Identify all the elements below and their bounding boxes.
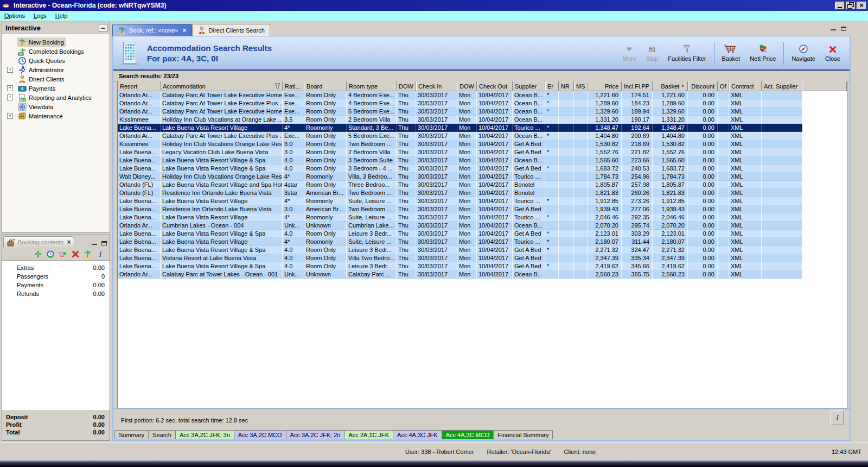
collapse-sidebar-button[interactable] xyxy=(99,24,107,32)
bottom-tab-acc-3a-2c-mco[interactable]: Acc 3A,2C MCO xyxy=(234,430,286,439)
bottom-tab-acc-3a-2c-jfk-3n[interactable]: Acc 3A,2C JFK; 3n xyxy=(176,430,234,439)
bottom-tab-acc-4a-3c-mco[interactable]: Acc 4A,3C MCO xyxy=(442,430,494,439)
booking-contents-tab[interactable]: Booking contents × xyxy=(3,236,74,248)
column-header-dow[interactable]: DOW xyxy=(457,81,477,91)
expand-plus-icon[interactable]: + xyxy=(7,85,13,91)
column-header-act-supplier[interactable]: Act. Supplier xyxy=(762,81,802,91)
close-window-button[interactable]: × xyxy=(857,2,866,10)
nett-price-button[interactable]: Nett Price xyxy=(745,43,781,63)
info-button[interactable]: i xyxy=(831,410,844,425)
add-button[interactable] xyxy=(34,250,42,258)
expand-plus-icon[interactable]: + xyxy=(7,67,13,73)
column-header-basket[interactable]: Basket▼ xyxy=(653,81,688,91)
bottom-tab-acc-4a-3c-jfk[interactable]: Acc 4A,3C JFK xyxy=(393,430,442,439)
bottom-tab-financial-summary[interactable]: Financial Summary xyxy=(494,430,553,439)
tab-direct-clients-search[interactable]: Direct Clients Search xyxy=(192,24,270,36)
column-header-er[interactable]: Er xyxy=(545,81,559,91)
go-to-booking-button[interactable] xyxy=(84,250,92,258)
navigate-button[interactable]: Navigate xyxy=(787,43,820,63)
table-row[interactable]: Lake Buena...Lake Buena Vista Resort Vil… xyxy=(118,238,802,246)
table-row[interactable]: Orlando Ar...Calabay Parc At Tower Lake … xyxy=(118,132,802,140)
table-row[interactable]: Lake Buena...Lake Buena Vista Resort Vil… xyxy=(118,156,802,165)
column-header-incl-fl-pp[interactable]: Incl.Fl.PP xyxy=(622,81,653,91)
table-row[interactable]: Lake Buena...Lake Buena Vista Resort Vil… xyxy=(118,213,802,222)
column-header-ms[interactable]: MS xyxy=(574,81,588,91)
refresh-button[interactable] xyxy=(46,250,55,258)
bottom-tab-acc-2a-1c-jfk[interactable]: Acc 2A,1C JFK xyxy=(344,430,393,439)
column-header-check-in[interactable]: Check In xyxy=(416,81,457,91)
bottom-tab-acc-3a-2c-jfk-2n[interactable]: Acc 3A,2C JFK; 2n xyxy=(286,430,345,439)
table-row[interactable]: Orlando Ar...Calabay Parc At Tower Lake … xyxy=(118,91,802,99)
info-button-small[interactable]: i xyxy=(96,250,105,258)
column-header-contract[interactable]: Contract xyxy=(729,81,762,91)
sidebar-item-direct-clients[interactable]: Direct Clients xyxy=(2,74,110,84)
column-header-board[interactable]: Board xyxy=(304,81,347,91)
maximize-panel-icon[interactable] xyxy=(101,241,107,245)
sidebar-item-viewdata[interactable]: Viewdata xyxy=(2,102,110,111)
column-header-nr[interactable]: NR xyxy=(559,81,574,91)
table-row[interactable]: Lake Buena...Lake Buena Vista Resort Vil… xyxy=(118,262,802,270)
minimize-button[interactable] xyxy=(835,2,845,10)
table-row[interactable]: KissimmeeHoliday Inn Club Vacations at O… xyxy=(118,116,802,124)
column-header-accommodation[interactable]: Accommodation xyxy=(161,81,283,91)
maximize-view-icon[interactable] xyxy=(841,27,846,31)
menu-item-help[interactable]: Help xyxy=(55,12,68,19)
sidebar-item-payments[interactable]: +Payments xyxy=(2,84,110,93)
column-header-price[interactable]: Price xyxy=(588,81,622,91)
booking-contents-row[interactable]: Passengers0 xyxy=(2,272,110,281)
table-row[interactable]: Lake Buena...Lake Buena Vista Resort Vil… xyxy=(118,246,802,254)
basket-button[interactable]: Basket xyxy=(717,43,745,63)
column-header-of[interactable]: Of xyxy=(718,81,729,91)
sidebar-item-new-booking[interactable]: New Booking xyxy=(2,37,110,47)
expand-plus-icon[interactable]: + xyxy=(7,113,13,119)
sidebar-item-administrator[interactable]: +Administrator xyxy=(2,65,110,74)
sidebar-item-reporting-and-analytics[interactable]: +Reporting and Analytics xyxy=(2,93,110,102)
table-row[interactable]: Lake Buena...Lake Buena Vista Resort Vil… xyxy=(118,124,802,132)
bottom-tab-summary[interactable]: Summary xyxy=(114,430,149,439)
table-row[interactable]: Walt Disney...Holiday Inn Club Vacations… xyxy=(118,173,802,181)
bottom-tab-search[interactable]: Search xyxy=(149,430,176,439)
title-bar[interactable]: Interactive - Ocean-Florida (code: wNRTq… xyxy=(0,0,868,11)
table-row[interactable]: Orlando (FL)Residence Inn Orlando Lake B… xyxy=(118,189,802,197)
bottom-tab-label: Acc 3A,2C MCO xyxy=(238,432,282,438)
sidebar-item-completed-bookings[interactable]: Completed Bookings xyxy=(2,47,110,56)
menu-item-options[interactable]: Options xyxy=(4,12,25,19)
table-row[interactable]: Lake Buena...Lake Buena Vista Resort Vil… xyxy=(118,230,802,238)
table-row[interactable]: Orlando Ar...Calabay Parc At Tower Lake … xyxy=(118,99,802,108)
expand-plus-icon[interactable]: + xyxy=(7,94,13,100)
column-header-discount[interactable]: Discount xyxy=(688,81,718,91)
booking-contents-row[interactable]: Extras0.00 xyxy=(2,263,110,272)
column-header-check-out[interactable]: Check Out xyxy=(477,81,513,91)
table-row[interactable]: Lake Buena...Vistana Resort at Lake Buen… xyxy=(118,254,802,262)
table-row[interactable]: Lake Buena...Lake Buena Vista Resort Vil… xyxy=(118,165,802,173)
column-label: Check In xyxy=(418,83,442,90)
restore-button[interactable] xyxy=(846,2,856,10)
column-header-rati[interactable]: Rati... xyxy=(283,81,304,91)
column-header-room-type[interactable]: Room type xyxy=(347,81,397,91)
close-booking-contents-icon[interactable]: × xyxy=(67,238,71,246)
table-row[interactable]: Orlando Ar...Cumbrian Lakes - Ocean - 00… xyxy=(118,222,802,230)
minimize-panel-icon[interactable] xyxy=(92,242,97,245)
menu-item-logs[interactable]: Logs xyxy=(34,12,47,19)
close-button[interactable]: Close xyxy=(820,43,845,63)
column-header-resort[interactable]: Resort xyxy=(118,81,161,91)
close-tab-icon[interactable]: × xyxy=(183,27,187,34)
column-header-supplier[interactable]: Supplier xyxy=(513,81,545,91)
facilities-filter-button[interactable]: Facilities Filter xyxy=(663,43,711,63)
table-row[interactable]: Lake Buena...Legacy Vacation Club Lake B… xyxy=(118,148,802,156)
booking-contents-row[interactable]: Refunds0.00 xyxy=(2,289,110,298)
move-to-basket-button[interactable] xyxy=(59,250,67,258)
table-row[interactable]: Lake Buena...Residence Inn Orlando Lake … xyxy=(118,205,802,213)
table-row[interactable]: Orlando Ar...Calabay Parc At Tower Lake … xyxy=(118,108,802,116)
sidebar-item-maintenance[interactable]: +Maintenance xyxy=(2,111,110,121)
booking-contents-row[interactable]: Payments0.00 xyxy=(2,281,110,289)
table-row[interactable]: KissimmeeHoliday Inn Club Vacations Oran… xyxy=(118,140,802,148)
table-row[interactable]: Lake Buena...Lake Buena Vista Resort Vil… xyxy=(118,197,802,205)
sidebar-item-quick-quotes[interactable]: Quick Quotes xyxy=(2,56,110,65)
delete-button[interactable] xyxy=(71,250,80,258)
minimize-view-icon[interactable] xyxy=(831,28,836,30)
table-row[interactable]: Orlando (FL)Lake Buena Vista Resort Vill… xyxy=(118,181,802,189)
column-header-dow[interactable]: DOW xyxy=(397,81,416,91)
table-row[interactable]: Orlando Ar...Calabay Parc at Tower Lakes… xyxy=(118,270,802,279)
tab-book-ref-none[interactable]: Book. ref.: <none>× xyxy=(112,24,192,36)
